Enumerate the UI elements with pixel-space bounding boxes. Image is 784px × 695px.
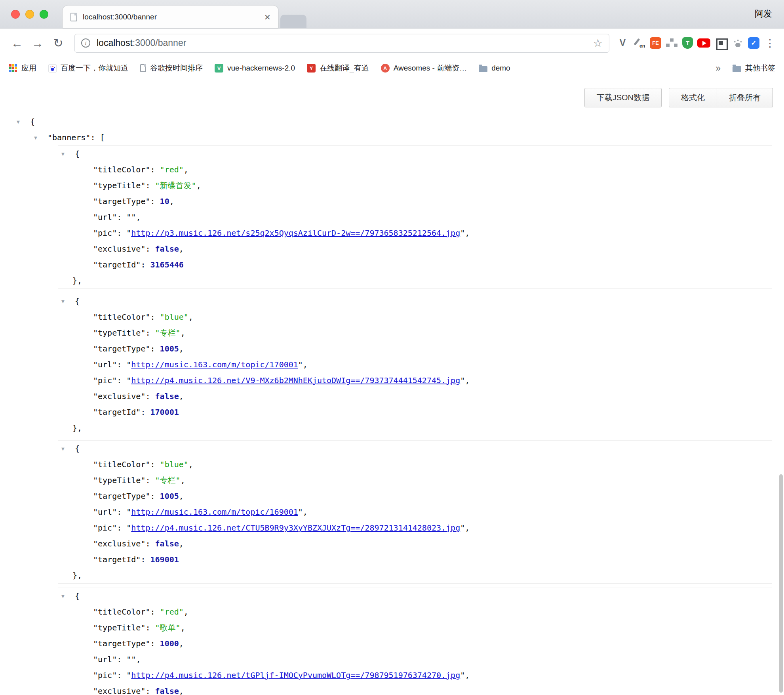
translate-icon[interactable]: en xyxy=(633,37,645,49)
vimium-icon[interactable]: V xyxy=(617,37,629,49)
json-text: { xyxy=(75,296,80,306)
json-field: "typeTitle": "专栏", xyxy=(58,472,772,488)
json-object: ▼{"titleColor": "red","typeTitle": "新碟首发… xyxy=(58,145,772,289)
json-link[interactable]: http://music.163.com/m/topic/170001 xyxy=(131,360,298,369)
bookmark-star-icon[interactable]: ☆ xyxy=(593,37,603,50)
json-text: , xyxy=(184,165,188,174)
collapse-toggle-icon[interactable]: ▼ xyxy=(61,294,75,309)
minimize-window-button[interactable] xyxy=(25,10,34,19)
other-bookmarks[interactable]: 其他书签 xyxy=(733,63,775,73)
collapse-toggle-icon[interactable]: ▼ xyxy=(61,146,75,162)
json-key: "exclusive" xyxy=(93,686,145,695)
shield-t-icon[interactable]: T xyxy=(682,37,693,49)
download-json-button[interactable]: 下载JSON数据 xyxy=(584,88,662,107)
bookmark-item-vue-hackernews[interactable]: V vue-hackernews-2.0 xyxy=(215,64,295,73)
collapse-all-button[interactable]: 折叠所有 xyxy=(717,88,773,107)
bookmark-item-baidu[interactable]: 百度一下，你就知道 xyxy=(48,63,128,73)
bookmark-item-awesomes[interactable]: A Awesomes - 前端资… xyxy=(381,63,467,73)
json-text: , xyxy=(196,181,201,190)
qrcode-icon[interactable] xyxy=(715,37,727,49)
forward-icon[interactable]: → xyxy=(29,36,47,50)
json-root-open: ▼{ xyxy=(0,114,784,130)
page-content: 下载JSON数据 格式化 折叠所有 ▼{▼"banners": [▼{"titl… xyxy=(0,79,784,695)
json-link[interactable]: http://p4.music.126.net/tGPljf-IMOCyPvum… xyxy=(131,670,460,680)
json-field: "targetId": 170001 xyxy=(58,404,772,420)
extensions-area: V en FE T ✓ ⋮ xyxy=(617,37,776,49)
json-link[interactable]: http://p3.music.126.net/s25q2x5QyqsAzilC… xyxy=(131,228,460,238)
json-text: : xyxy=(117,212,126,222)
bookmark-item-demo[interactable]: demo xyxy=(479,64,510,73)
json-link[interactable]: http://music.163.com/m/topic/169001 xyxy=(131,507,298,517)
json-field: "pic": "http://p3.music.126.net/s25q2x5Q… xyxy=(58,225,772,241)
browser-menu-icon[interactable]: ⋮ xyxy=(764,37,776,49)
browser-tab[interactable]: localhost:3000/banner × xyxy=(63,6,278,28)
bookmark-item-apps[interactable]: 应用 xyxy=(9,63,36,73)
json-key: "typeTitle" xyxy=(93,181,145,190)
json-key: "typeTitle" xyxy=(93,328,145,338)
inactive-tab[interactable] xyxy=(280,15,306,28)
json-key: "exclusive" xyxy=(93,539,145,548)
bookmark-item-youdao[interactable]: Y 在线翻译_有道 xyxy=(307,63,369,73)
bookmark-label: 百度一下，你就知道 xyxy=(61,63,128,73)
address-bar[interactable]: i localhost:3000/banner ☆ xyxy=(74,34,609,53)
json-key: "exclusive" xyxy=(93,391,145,401)
json-field: "url": "", xyxy=(58,209,772,225)
json-key: "pic" xyxy=(93,670,117,680)
json-text: : xyxy=(145,181,155,190)
json-text: , xyxy=(169,197,174,206)
json-viewer-actions: 下载JSON数据 格式化 折叠所有 xyxy=(0,79,784,107)
youtube-icon[interactable] xyxy=(697,38,710,48)
json-string-value: "新碟首发" xyxy=(155,181,196,190)
bookmarks-overflow-icon[interactable]: » xyxy=(715,63,721,74)
fe-icon[interactable]: FE xyxy=(650,37,661,49)
json-key: "pic" xyxy=(93,523,117,533)
json-empty-string: "" xyxy=(126,212,136,222)
close-window-button[interactable] xyxy=(11,10,20,19)
json-text: : xyxy=(117,523,126,533)
window-controls xyxy=(11,10,48,19)
json-key: "targetType" xyxy=(93,491,150,501)
json-text: : xyxy=(117,670,126,680)
paw-icon[interactable] xyxy=(731,37,744,49)
collapse-toggle-icon[interactable]: ▼ xyxy=(61,441,75,457)
shield-check-icon[interactable]: ✓ xyxy=(748,37,759,49)
tab-close-icon[interactable]: × xyxy=(265,12,270,22)
collapse-toggle-icon[interactable]: ▼ xyxy=(17,114,30,130)
zoom-window-button[interactable] xyxy=(40,10,48,19)
json-text: : xyxy=(117,360,126,369)
vertical-scrollbar[interactable] xyxy=(779,474,783,693)
format-button[interactable]: 格式化 xyxy=(669,88,717,107)
json-text: : xyxy=(150,639,160,648)
profile-name: 阿发 xyxy=(755,8,772,20)
json-object: ▼{"titleColor": "blue","typeTitle": "专栏"… xyxy=(58,293,772,436)
json-text: " xyxy=(126,507,131,517)
collapse-toggle-icon[interactable]: ▼ xyxy=(61,588,75,604)
bookmark-item-google-sort[interactable]: 谷歌按时间排序 xyxy=(140,63,203,73)
json-field: "pic": "http://p4.music.126.net/tGPljf-I… xyxy=(58,667,772,683)
json-link[interactable]: http://p4.music.126.net/CTU5B9R9y3XyYBZX… xyxy=(131,523,460,533)
url-text: localhost:3000/banner xyxy=(97,38,587,48)
json-text: " xyxy=(126,228,131,238)
json-field: "targetType": 10, xyxy=(58,193,772,209)
reload-icon[interactable]: ↻ xyxy=(49,36,67,50)
json-text: : xyxy=(145,623,155,632)
json-string-value: "专栏" xyxy=(155,328,181,338)
json-line: }, xyxy=(58,567,772,583)
json-text: " xyxy=(126,376,131,385)
json-boolean-value: false xyxy=(155,539,179,548)
json-text: , xyxy=(179,539,184,548)
info-icon[interactable]: i xyxy=(81,38,90,48)
json-line: ▼{ xyxy=(58,293,772,309)
back-icon[interactable]: ← xyxy=(8,36,26,50)
json-text: , xyxy=(136,212,141,222)
json-number-value: 10 xyxy=(160,197,169,206)
baidu-icon xyxy=(48,64,57,73)
collapse-toggle-icon[interactable]: ▼ xyxy=(34,130,48,146)
json-text: " xyxy=(126,360,131,369)
sitemap-icon[interactable] xyxy=(666,37,678,49)
json-text: : xyxy=(117,507,126,517)
tab-title: localhost:3000/banner xyxy=(83,13,259,21)
json-field: "titleColor": "red", xyxy=(58,604,772,620)
json-link[interactable]: http://p4.music.126.net/V9-MXz6b2MNhEKju… xyxy=(131,376,460,385)
folder-icon xyxy=(479,66,487,72)
